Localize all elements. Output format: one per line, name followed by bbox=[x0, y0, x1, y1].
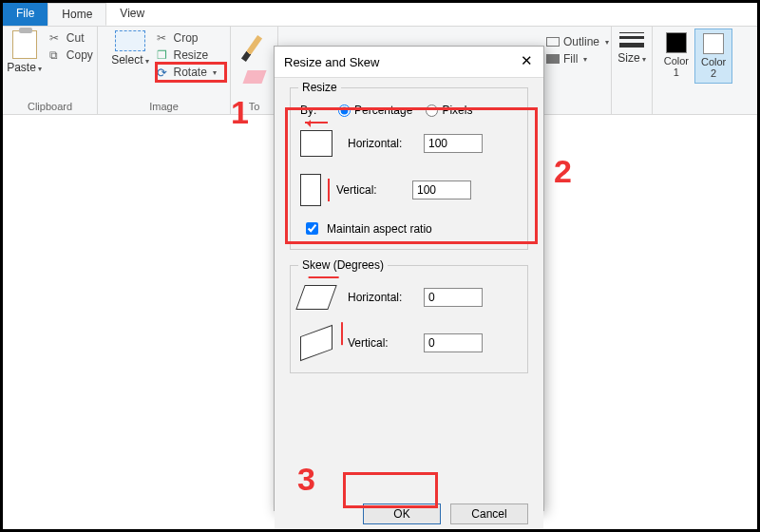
ok-button[interactable]: OK bbox=[363, 504, 441, 524]
copy-icon bbox=[49, 48, 63, 62]
eraser-icon[interactable] bbox=[242, 70, 266, 84]
annotation-number-2: 2 bbox=[554, 153, 572, 190]
color1-button[interactable]: Color 1 bbox=[658, 28, 694, 82]
chevron-down-icon: ▾ bbox=[145, 57, 149, 66]
paste-button[interactable]: Paste▾ bbox=[3, 28, 46, 76]
skew-legend: Skew (Degrees) bbox=[298, 258, 388, 272]
outline-label: Outline bbox=[563, 35, 599, 48]
skew-horizontal-icon bbox=[295, 285, 336, 310]
group-size: Size▾ bbox=[611, 27, 653, 114]
skew-vertical-label: Vertical: bbox=[348, 336, 424, 350]
color2-swatch bbox=[703, 33, 724, 54]
chevron-down-icon: ▾ bbox=[213, 68, 217, 77]
resize-vertical-input[interactable] bbox=[412, 180, 471, 200]
chevron-down-icon: ▾ bbox=[38, 65, 42, 73]
paste-label: Paste bbox=[7, 61, 36, 74]
tab-home[interactable]: Home bbox=[48, 3, 106, 26]
close-button[interactable]: ✕ bbox=[519, 54, 534, 69]
crop-icon bbox=[157, 31, 170, 45]
paste-icon bbox=[12, 30, 37, 59]
fill-button[interactable]: Fill▾ bbox=[542, 51, 613, 66]
dialog-title: Resize and Skew bbox=[284, 55, 379, 69]
pencil-icon[interactable] bbox=[240, 35, 261, 62]
group-label-image: Image bbox=[149, 101, 179, 114]
size-icon bbox=[619, 30, 644, 49]
skew-vertical-icon bbox=[300, 325, 332, 361]
skew-horizontal-input[interactable] bbox=[424, 288, 483, 307]
color2-button[interactable]: Color 2 bbox=[694, 28, 732, 84]
color2-label: Color 2 bbox=[701, 56, 726, 79]
resize-icon bbox=[157, 48, 170, 62]
copy-button[interactable]: Copy bbox=[46, 48, 97, 63]
fill-label: Fill bbox=[563, 52, 578, 66]
skew-horizontal-label: Horizontal: bbox=[348, 291, 424, 304]
chevron-down-icon: ▾ bbox=[642, 55, 646, 64]
group-clipboard: Paste▾ Cut Copy Clipboard bbox=[3, 27, 98, 114]
radio-pixels[interactable]: Pixels bbox=[426, 104, 472, 117]
tab-view[interactable]: View bbox=[106, 3, 158, 26]
select-icon bbox=[115, 30, 145, 51]
annotation-number-1: 1 bbox=[231, 94, 249, 131]
resize-horizontal-input[interactable] bbox=[424, 134, 483, 153]
group-image: Select▾ Crop Resize Rotate▾ Image bbox=[98, 27, 231, 114]
resize-button[interactable]: Resize bbox=[153, 48, 220, 63]
skew-fieldset: Skew (Degrees) Horizontal: Vertical: bbox=[290, 265, 528, 373]
crop-label: Crop bbox=[174, 31, 199, 45]
resize-legend: Resize bbox=[298, 81, 341, 94]
annotation-number-3: 3 bbox=[297, 461, 315, 498]
radio-pixels-label: Pixels bbox=[442, 104, 472, 117]
rotate-label: Rotate bbox=[174, 66, 207, 79]
outline-icon bbox=[546, 37, 560, 47]
size-label: Size bbox=[618, 51, 639, 65]
maintain-aspect-label: Maintain aspect ratio bbox=[327, 222, 432, 236]
resize-skew-dialog: Resize and Skew ✕ Resize By: Percentage … bbox=[274, 46, 544, 511]
resize-fieldset: Resize By: Percentage Pixels Horizontal:… bbox=[290, 87, 528, 250]
resize-vertical-icon bbox=[300, 174, 321, 206]
color1-label: Color 1 bbox=[664, 55, 689, 78]
resize-label: Resize bbox=[174, 48, 209, 62]
cancel-button[interactable]: Cancel bbox=[450, 504, 528, 524]
resize-vertical-label: Vertical: bbox=[336, 183, 412, 197]
copy-label: Copy bbox=[66, 48, 93, 62]
group-label-tools: To bbox=[249, 101, 260, 114]
chevron-down-icon: ▾ bbox=[583, 55, 587, 64]
radio-percentage[interactable]: Percentage bbox=[338, 104, 412, 117]
tab-file[interactable]: File bbox=[3, 3, 48, 26]
cut-icon bbox=[49, 31, 63, 45]
crop-button[interactable]: Crop bbox=[153, 30, 220, 46]
resize-horizontal-icon bbox=[300, 130, 332, 157]
fill-icon bbox=[546, 54, 560, 64]
size-button[interactable]: Size▾ bbox=[614, 28, 649, 66]
radio-percentage-label: Percentage bbox=[354, 104, 412, 117]
rotate-button[interactable]: Rotate▾ bbox=[153, 65, 220, 80]
select-button[interactable]: Select▾ bbox=[107, 28, 152, 68]
select-label: Select bbox=[111, 53, 142, 66]
rotate-icon bbox=[157, 66, 170, 79]
shape-styling: Outline▾ Fill▾ bbox=[544, 27, 611, 114]
by-label: By: bbox=[300, 104, 338, 117]
resize-horizontal-label: Horizontal: bbox=[348, 137, 424, 150]
group-label-clipboard: Clipboard bbox=[28, 101, 72, 114]
outline-button[interactable]: Outline▾ bbox=[542, 34, 613, 49]
chevron-down-icon: ▾ bbox=[605, 38, 609, 47]
color1-swatch bbox=[666, 32, 687, 53]
skew-vertical-input[interactable] bbox=[424, 333, 483, 352]
cut-label: Cut bbox=[66, 31, 85, 45]
group-colors: Color 1 Color 2 bbox=[653, 27, 738, 114]
cut-button[interactable]: Cut bbox=[46, 30, 97, 46]
tab-bar: File Home View bbox=[3, 3, 757, 27]
maintain-aspect-checkbox[interactable]: Maintain aspect ratio bbox=[302, 219, 518, 238]
